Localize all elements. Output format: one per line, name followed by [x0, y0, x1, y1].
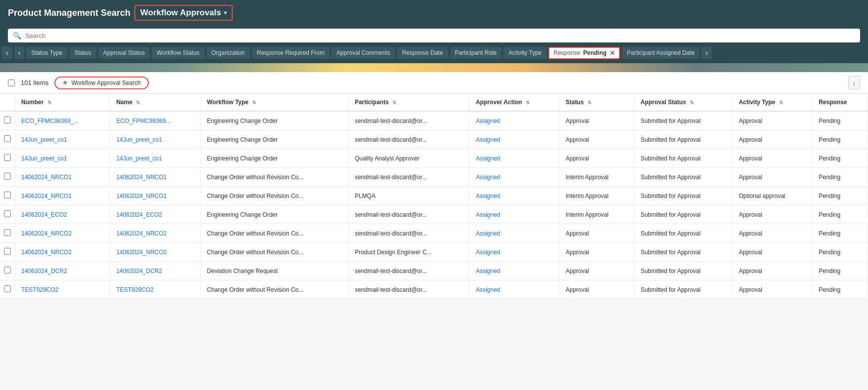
cell-response: Pending [813, 224, 868, 243]
name-link[interactable]: 14062024_NRCO2 [116, 249, 166, 256]
filter-tab-participant-role[interactable]: Participant Role [450, 47, 502, 59]
search-bar: 🔍 [8, 29, 860, 42]
cell-approver-action: Assigned [470, 280, 560, 299]
row-checkbox[interactable] [4, 210, 11, 217]
cell-status: Approval [559, 224, 634, 243]
th-activity-type[interactable]: Activity Type ⇅ [733, 94, 813, 111]
number-link[interactable]: 14062024_ECO2 [21, 211, 67, 218]
module-dropdown[interactable]: Workflow Approvals ▾ [134, 5, 233, 21]
filter-tab-activity-type[interactable]: Activity Type [503, 47, 546, 59]
name-link[interactable]: 14062024_ECO2 [116, 211, 162, 218]
filter-tab-approval-status[interactable]: Approval Status [98, 47, 150, 59]
download-button[interactable]: ↓ [848, 76, 861, 89]
search-input[interactable] [25, 32, 855, 39]
cell-status: Approval [559, 262, 634, 280]
name-link[interactable]: 14Jun_preet_co1 [116, 136, 162, 143]
row-checkbox[interactable] [4, 192, 11, 198]
row-checkbox-cell [0, 205, 15, 224]
dropdown-arrow-icon: ▾ [224, 9, 227, 16]
row-checkbox[interactable] [4, 173, 11, 180]
th-workflow-type[interactable]: Workflow Type ⇅ [201, 94, 348, 111]
row-checkbox[interactable] [4, 248, 11, 255]
table-row: 14062024_NRCO2 14062024_NRCO2 Change Ord… [0, 243, 868, 262]
number-link[interactable]: 14Jun_preet_co1 [21, 136, 67, 143]
select-all-checkbox[interactable] [8, 79, 15, 86]
row-checkbox[interactable] [4, 154, 11, 161]
name-link[interactable]: ECO_FPMC98369... [116, 117, 170, 124]
row-checkbox[interactable] [4, 117, 11, 123]
cell-name: 14Jun_preet_co1 [110, 130, 201, 149]
row-checkbox[interactable] [4, 285, 11, 292]
th-name[interactable]: Name ⇅ [110, 94, 201, 111]
number-link[interactable]: TEST929CO2 [21, 286, 58, 293]
filter-tab-organization[interactable]: Organization [207, 47, 250, 59]
number-link[interactable]: ECO_FPMC98369_... [21, 117, 79, 124]
th-status[interactable]: Status ⇅ [559, 94, 634, 111]
cell-name: 14062024_NRCO1 [110, 168, 201, 187]
name-link[interactable]: 14Jun_preet_co1 [116, 155, 162, 162]
filter-tab-approval-comments[interactable]: Approval Comments [331, 47, 395, 59]
cell-approval-status: Submitted for Approval [634, 243, 733, 262]
cell-participants: sendmail-test-discard@or... [349, 168, 470, 187]
filter-tab-response-date[interactable]: Response Date [397, 47, 448, 59]
number-link[interactable]: 14062024_DCR2 [21, 268, 67, 274]
filter-tab-response-required-from[interactable]: Response Required From [252, 47, 330, 59]
row-checkbox-cell [0, 262, 15, 280]
cell-activity-type: Approval [733, 224, 813, 243]
approver-action-value: Assigned [476, 249, 500, 256]
name-link[interactable]: 14062024_DCR2 [116, 268, 162, 274]
cell-number: 14062024_DCR2 [15, 262, 110, 280]
approver-action-value: Assigned [476, 117, 500, 124]
number-link[interactable]: 14062024_NRCO1 [21, 174, 72, 181]
decorative-banner [0, 63, 868, 72]
filter-tab-status[interactable]: Status [70, 47, 96, 59]
th-approval-status[interactable]: Approval Status ⇅ [634, 94, 733, 111]
table-body: ECO_FPMC98369_... ECO_FPMC98369... Engin… [0, 111, 868, 299]
cell-participants: Product Design Engineer C... [349, 243, 470, 262]
number-link[interactable]: 14062024_NRCO1 [21, 193, 72, 199]
cell-response: Pending [813, 205, 868, 224]
filter-tab-status-type[interactable]: Status Type [26, 47, 67, 59]
th-participants[interactable]: Participants ⇅ [349, 94, 470, 111]
cell-status: Approval [559, 243, 634, 262]
name-link[interactable]: 14062024_NRCO1 [116, 174, 166, 181]
table-header: Number ⇅ Name ⇅ Workflow Type ⇅ Particip… [0, 94, 868, 111]
th-approver-action[interactable]: Approver Action ⇅ [470, 94, 560, 111]
cell-participants: sendmail-test-discard@or... [349, 224, 470, 243]
filter-nav-right[interactable]: › [702, 46, 712, 59]
filter-nav-left[interactable]: ‹ [2, 46, 12, 59]
row-checkbox[interactable] [4, 229, 11, 236]
filter-tab-workflow-status[interactable]: Workflow Status [152, 47, 204, 59]
name-link[interactable]: TEST929CO2 [116, 286, 153, 293]
cell-workflow-type: Change Order without Revision Co... [201, 168, 348, 187]
th-number[interactable]: Number ⇅ [15, 94, 110, 111]
filter-tabs-row: ‹ ‹ Status Type Status Approval Status W… [0, 46, 868, 63]
active-filter-close-icon[interactable]: ✕ [610, 49, 615, 57]
number-link[interactable]: 14Jun_preet_co1 [21, 155, 67, 162]
module-dropdown-label: Workflow Approvals [140, 8, 221, 18]
number-link[interactable]: 14062024_NRCO2 [21, 230, 72, 237]
workflow-search-btn-label: Workflow Approval Search [71, 79, 141, 86]
row-checkbox-cell [0, 243, 15, 262]
row-checkbox[interactable] [4, 135, 11, 142]
name-link[interactable]: 14062024_NRCO1 [116, 193, 166, 199]
th-response[interactable]: Response [813, 94, 868, 111]
cell-approver-action: Assigned [470, 111, 560, 130]
cell-response: Pending [813, 187, 868, 205]
row-checkbox[interactable] [4, 267, 11, 273]
cell-participants: Quality Analyst Approver [349, 149, 470, 168]
cell-response: Pending [813, 168, 868, 187]
number-link[interactable]: 14062024_NRCO2 [21, 249, 72, 256]
cell-approver-action: Assigned [470, 187, 560, 205]
workflow-approval-search-button[interactable]: 👁 Workflow Approval Search [54, 77, 149, 89]
active-filter-response-pending[interactable]: Response Pending ✕ [548, 47, 620, 59]
approver-action-value: Assigned [476, 268, 500, 274]
cell-approval-status: Submitted for Approval [634, 168, 733, 187]
row-checkbox-cell [0, 149, 15, 168]
name-link[interactable]: 14062024_NRCO2 [116, 230, 166, 237]
filter-tab-participant-assigned-date[interactable]: Participant Assigned Date [622, 47, 700, 59]
cell-workflow-type: Change Order without Revision Co... [201, 280, 348, 299]
cell-approval-status: Submitted for Approval [634, 111, 733, 130]
filter-nav-left2[interactable]: ‹ [14, 46, 25, 59]
cell-name: 14062024_ECO2 [110, 205, 201, 224]
